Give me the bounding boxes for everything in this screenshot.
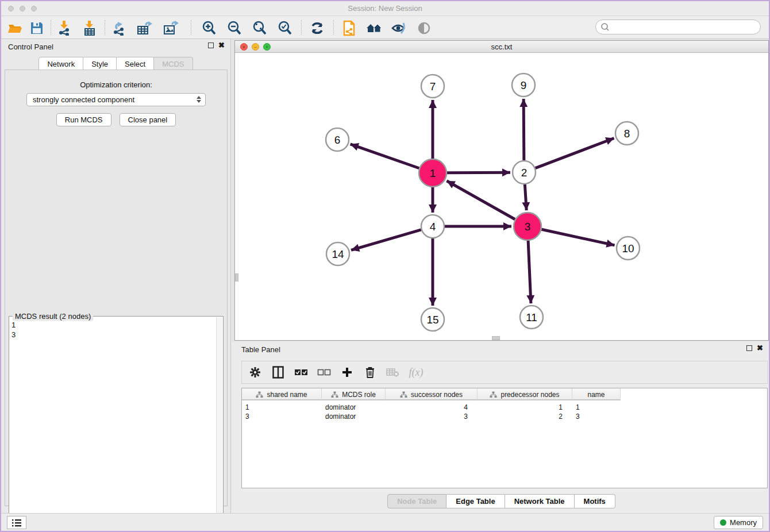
- toolbar-separator: [301, 20, 302, 35]
- graph-node-label-14: 14: [332, 248, 344, 260]
- zoom-in-icon[interactable]: [201, 20, 217, 36]
- graph-edge-2-8[interactable]: [536, 138, 614, 168]
- tab-node-table[interactable]: Node Table: [387, 494, 446, 508]
- graph-node-label-4: 4: [430, 221, 436, 233]
- control-panel-header: Control Panel ✖: [1, 39, 230, 55]
- import-network-icon[interactable]: [56, 20, 72, 36]
- column-header-shared-name[interactable]: shared name: [242, 388, 322, 400]
- optimization-criterion-value: strongly connected component: [33, 95, 134, 104]
- select-stepper-icon: [197, 96, 201, 103]
- save-session-icon[interactable]: [29, 20, 45, 36]
- memory-button[interactable]: Memory: [714, 516, 763, 529]
- tree-icon: [400, 391, 407, 398]
- toolbar-separator: [333, 20, 334, 35]
- show-columns-icon[interactable]: [271, 365, 286, 380]
- mcds-panel-body: Optimization criterion: strongly connect…: [5, 70, 228, 506]
- zoom-fit-icon[interactable]: [252, 20, 268, 36]
- reset-home-icon[interactable]: [365, 20, 382, 36]
- tree-icon: [331, 391, 338, 398]
- table-row[interactable]: 3 dominator 3 2 3: [242, 412, 621, 421]
- list-icon: [11, 519, 22, 527]
- optimization-criterion-select[interactable]: strongly connected component: [26, 93, 206, 106]
- column-header-mcds-role[interactable]: MCDS role: [322, 388, 386, 400]
- select-all-check-icon[interactable]: [294, 365, 309, 380]
- graph-node-label-8: 8: [624, 128, 630, 140]
- graph-edge-3-10[interactable]: [541, 229, 614, 245]
- tree-icon: [256, 391, 263, 398]
- zoom-selected-icon[interactable]: [277, 20, 293, 36]
- delete-column-icon[interactable]: [363, 365, 378, 380]
- graph-node-label-9: 9: [521, 79, 527, 91]
- network-vertical-scrollbar[interactable]: [235, 273, 238, 282]
- column-header-successor-nodes[interactable]: successor nodes: [386, 388, 478, 400]
- hide-graphics-icon[interactable]: [391, 20, 407, 36]
- graph-edge-2-3[interactable]: [525, 184, 526, 210]
- export-image-icon[interactable]: [163, 20, 179, 36]
- window-titlebar: Session: New Session: [1, 1, 769, 16]
- network-view-area: × − + scc.txt 7968124314101511: [232, 39, 770, 342]
- node-table: shared name MCDS role successor nodes pr…: [241, 388, 768, 488]
- close-table-panel-icon[interactable]: ✖: [757, 345, 763, 351]
- network-window-titlebar[interactable]: × − + scc.txt: [235, 41, 768, 53]
- tab-edge-table[interactable]: Edge Table: [446, 494, 505, 508]
- mcds-result-title: MCDS result (2 nodes): [13, 312, 93, 321]
- close-panel-icon[interactable]: ✖: [218, 43, 225, 48]
- node-table-header: shared name MCDS role successor nodes pr…: [242, 388, 621, 400]
- import-table-icon[interactable]: [82, 20, 98, 36]
- export-table-icon[interactable]: [137, 20, 153, 36]
- search-icon: [600, 22, 610, 32]
- graph-node-label-7: 7: [430, 80, 436, 92]
- control-panel-title: Control Panel: [8, 43, 53, 51]
- float-panel-icon[interactable]: [208, 43, 214, 48]
- graph-edge-1-2[interactable]: [447, 172, 510, 173]
- deselect-all-check-icon[interactable]: [317, 365, 332, 380]
- table-toolbar: f(x): [241, 361, 768, 384]
- graph-node-label-3: 3: [525, 221, 531, 233]
- graph-node-label-1: 1: [430, 167, 436, 179]
- table-panel: Table Panel ✖ f(x): [232, 342, 770, 514]
- zoom-out-icon[interactable]: [226, 20, 242, 36]
- toggle-details-icon[interactable]: [416, 20, 432, 36]
- column-header-predecessor-nodes[interactable]: predecessor nodes: [478, 388, 572, 400]
- application-window: { "window": { "title": "Session: New Ses…: [0, 0, 770, 532]
- status-bar: Memory: [1, 513, 769, 531]
- mcds-result-text[interactable]: 1 3: [11, 320, 215, 529]
- tab-network-table[interactable]: Network Table: [505, 494, 575, 508]
- search-input[interactable]: [595, 20, 761, 34]
- graph-node-label-2: 2: [521, 167, 528, 179]
- float-table-panel-icon[interactable]: [746, 345, 752, 351]
- graph-node-label-10: 10: [622, 242, 634, 255]
- network-window-title: scc.txt: [235, 43, 768, 51]
- graph-edge-1-6[interactable]: [351, 144, 419, 168]
- task-history-button[interactable]: [7, 516, 26, 529]
- export-network-icon[interactable]: [111, 20, 128, 36]
- optimization-criterion-label: Optimization criterion:: [5, 80, 227, 89]
- column-header-name[interactable]: name: [572, 388, 621, 400]
- run-mcds-button[interactable]: Run MCDS: [56, 113, 111, 126]
- result-scrollbar[interactable]: [216, 317, 222, 530]
- graph-node-label-15: 15: [426, 314, 438, 326]
- apply-layout-icon[interactable]: [309, 20, 325, 36]
- open-file-icon[interactable]: [7, 20, 23, 36]
- table-panel-title: Table Panel: [241, 345, 280, 354]
- function-builder-icon[interactable]: f(x): [409, 365, 424, 380]
- graph-edge-3-1[interactable]: [446, 181, 515, 219]
- network-window: × − + scc.txt 7968124314101511: [234, 40, 769, 341]
- network-canvas[interactable]: 7968124314101511: [235, 53, 768, 340]
- add-column-icon[interactable]: [340, 365, 355, 380]
- table-panel-header: Table Panel ✖: [232, 342, 770, 358]
- window-title: Session: New Session: [1, 4, 769, 13]
- graph-edge-3-11[interactable]: [528, 241, 531, 303]
- graph-edge-2-9[interactable]: [523, 99, 524, 160]
- close-panel-button[interactable]: Close panel: [120, 113, 176, 126]
- tab-motifs[interactable]: Motifs: [575, 494, 615, 508]
- clone-network-icon[interactable]: [341, 20, 357, 36]
- graph-node-label-11: 11: [526, 311, 537, 323]
- graph-edge-4-14[interactable]: [351, 230, 421, 250]
- memory-status-icon: [720, 519, 726, 526]
- mcds-result-box: MCDS result (2 nodes) 1 3: [9, 316, 224, 531]
- table-options-gear-icon[interactable]: [248, 365, 263, 380]
- table-row[interactable]: 1 dominator 4 1 1: [242, 403, 621, 412]
- network-horizontal-scrollbar[interactable]: [492, 336, 500, 340]
- delete-table-icon[interactable]: [386, 365, 401, 380]
